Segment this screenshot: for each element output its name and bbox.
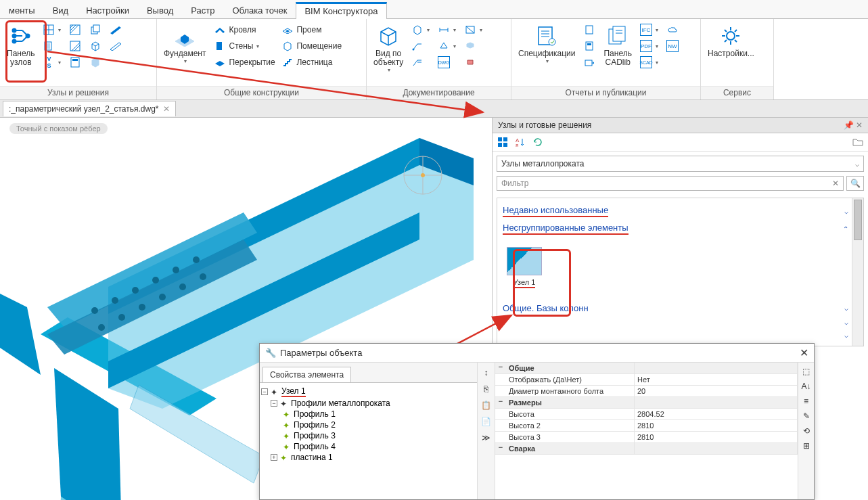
doc-btn-5[interactable]: ▾ [436,39,457,53]
doc-btn-8[interactable] [463,39,484,53]
category-combo[interactable]: Узлы металлопроката ⌵ [497,156,864,172]
nw-button[interactable]: NW [665,39,680,53]
filter-clear-icon[interactable]: ✕ [832,179,839,188]
doc-btn-9[interactable] [463,55,484,70]
sm-btn-4[interactable] [68,22,83,37]
sm-btn-2[interactable] [41,39,62,53]
tab-output[interactable]: Вывод [138,1,182,18]
tree-profile-3[interactable]: Профиль 3 [294,431,336,440]
pg-btn-2[interactable]: A↓ [800,380,813,392]
ifc-button[interactable]: IFC▾ [639,22,660,37]
rep-btn-2[interactable] [582,39,597,53]
spec-button[interactable]: Спецификации▾ [514,21,579,67]
scrollbar[interactable] [852,198,863,346]
sm-btn-1[interactable]: ▾ [41,22,62,37]
collapse-icon[interactable]: − [261,388,268,395]
search-button[interactable]: 🔍 [846,176,864,191]
pg-btn-3[interactable]: ≡ [800,395,813,407]
pin-icon[interactable]: 📌 [844,120,854,130]
settings-button[interactable]: Настройки... [704,21,758,61]
prop-value[interactable]: 2804.52 [635,409,798,419]
collapse-icon[interactable]: − [271,400,277,407]
mid-btn-4[interactable]: 📄 [480,415,493,428]
doc-btn-2[interactable] [410,39,431,53]
foundation-button[interactable]: Фундамент▾ [160,21,210,67]
category-more1[interactable]: ⌵ [501,316,850,329]
tiles-icon[interactable] [497,136,509,148]
room-button[interactable]: Помещение [280,39,349,53]
sm-btn-8[interactable] [88,39,103,53]
doc-btn-7[interactable]: ▾ [463,22,484,37]
panel-close-icon[interactable]: ✕ [856,120,863,130]
tab-settings[interactable]: Настройки [77,1,138,18]
cadlib-panel-button[interactable]: Панель CADlib [599,21,635,70]
document-tab[interactable]: :_параметрический узел_2_статья.dwg* ✕ [3,101,176,116]
doc-btn-6[interactable]: DWG [436,55,457,70]
sm-btn-6[interactable] [68,55,83,70]
sm-btn-7[interactable] [88,22,103,37]
rep-btn-1[interactable] [582,22,597,37]
element-tree[interactable]: −✦Узел 1 −✦Профили металлопроката ✦Профи… [260,382,477,499]
tree-root[interactable]: Узел 1 [281,386,306,397]
filter-input[interactable]: Фильтр ✕ [497,176,844,191]
prop-value[interactable]: 20 [635,386,798,396]
category-bases[interactable]: Общие. Базы колонн⌵ [501,300,850,316]
prop-value[interactable]: 2810 [635,432,798,442]
node-thumbnail[interactable]: Узел 1 [503,243,546,292]
mid-btn-5[interactable]: ≫ [480,432,493,444]
expand-icon[interactable]: + [271,454,277,461]
pg-btn-5[interactable]: ⟲ [800,425,813,437]
pg-btn-1[interactable]: ⬚ [800,365,813,378]
tab-view[interactable]: Вид [44,1,78,18]
pdf-button[interactable]: PDF▾ [639,39,660,53]
category-more2[interactable]: ⌵ [501,329,850,342]
tab-pointclouds[interactable]: Облака точек [223,1,296,18]
floor-button[interactable]: Перекрытие [212,55,275,70]
tree-profile-2[interactable]: Профиль 2 [294,420,336,430]
collapse-icon[interactable]: − [495,363,506,373]
close-icon[interactable]: ✕ [163,104,170,114]
properties-tab[interactable]: Свойства элемента [262,367,351,382]
scad-button[interactable]: SCAD▾ [639,55,660,70]
pg-btn-6[interactable]: ⊞ [800,440,813,452]
sm-btn-11[interactable] [108,39,123,53]
collapse-icon[interactable]: − [495,397,506,408]
tree-plate-1[interactable]: пластина 1 [291,453,333,462]
pg-btn-4[interactable]: ✎ [800,410,813,422]
folder-icon[interactable] [852,136,864,148]
sort-icon[interactable]: Aя [514,136,526,148]
mid-btn-1[interactable]: ↕ [480,367,493,379]
category-ungrouped[interactable]: Несгруппированные элементы⌃ [501,220,850,237]
dialog-close-button[interactable]: ✕ [800,346,808,359]
tree-profile-1[interactable]: Профиль 1 [294,409,336,419]
tab-bim[interactable]: BIM Конструктора [296,2,386,19]
view-object-button[interactable]: Вид по объекту▾ [369,21,407,76]
rep-btn-4[interactable] [665,22,680,37]
prop-value[interactable]: 2810 [635,420,798,431]
collapse-icon[interactable]: − [495,443,506,454]
doc-btn-1[interactable]: ▾ [410,22,431,37]
refresh-icon[interactable] [532,136,544,148]
mid-btn-2[interactable]: ⎘ [480,383,493,395]
nodes-panel-button[interactable]: Панель узлов [3,21,39,70]
tree-group-profiles[interactable]: Профили металлопроката [291,399,390,408]
sm-btn-10[interactable] [108,22,123,37]
tab-elements[interactable]: менты [0,1,44,18]
tree-profile-4[interactable]: Профиль 4 [294,442,336,451]
roof-button[interactable]: Кровля [212,22,275,37]
stair-button[interactable]: Лестница [280,55,349,70]
walls-button[interactable]: Стены▾ [212,39,275,53]
rep-btn-3[interactable] [582,55,597,70]
opening-button[interactable]: Проем [280,22,349,37]
sm-btn-3[interactable]: VS▾ [41,55,62,70]
doc-btn-3[interactable] [410,55,431,70]
doc-btn-4[interactable]: ▾ [436,22,457,37]
sm-btn-5[interactable] [68,39,83,53]
scroll-thumb[interactable] [854,200,862,240]
category-recent[interactable]: Недавно использованные⌵ [501,202,850,220]
tab-raster[interactable]: Растр [182,1,223,18]
mid-btn-3[interactable]: 📋 [480,399,493,411]
property-grid[interactable]: −Общие Отображать (Да\Нет)Нет Диаметр мо… [495,363,798,499]
sm-btn-9[interactable] [88,55,103,70]
prop-value[interactable]: Нет [635,374,798,385]
